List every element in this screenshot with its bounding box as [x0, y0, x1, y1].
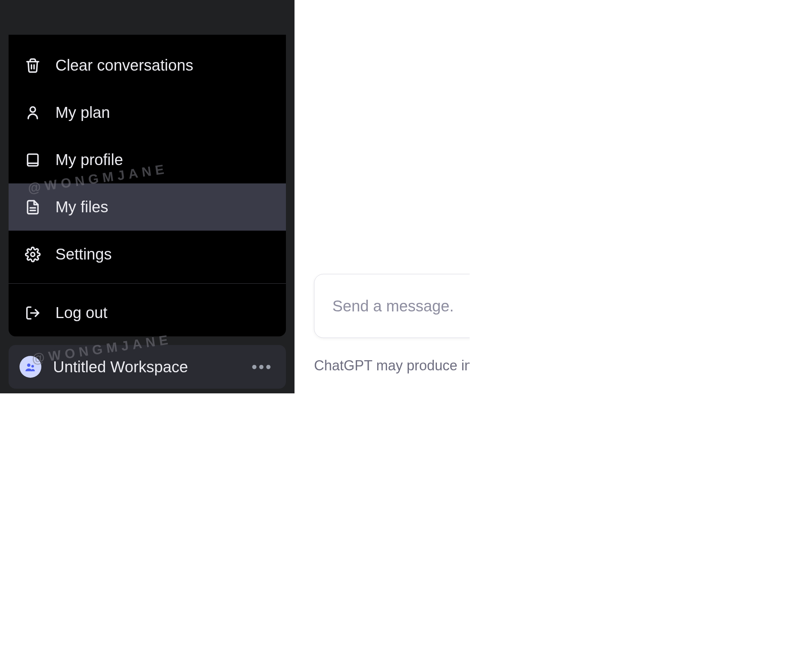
sidebar: Clear conversations My plan My profile M… — [0, 0, 295, 393]
people-icon — [24, 360, 37, 373]
trash-icon — [25, 58, 41, 73]
file-icon — [25, 199, 41, 215]
workspace-label: Untitled Workspace — [53, 358, 240, 376]
sidebar-divider — [9, 283, 286, 284]
gear-icon — [25, 247, 41, 262]
sidebar-item-settings[interactable]: Settings — [9, 231, 286, 278]
message-input[interactable]: Send a message. — [314, 274, 470, 338]
main-chat-area: Send a message. ChatGPT may produce ina — [295, 0, 470, 393]
sidebar-item-logout[interactable]: Log out — [9, 289, 286, 336]
sidebar-item-label: Clear conversations — [55, 57, 193, 74]
sidebar-item-clear-conversations[interactable]: Clear conversations — [9, 42, 286, 89]
sidebar-item-label: My profile — [55, 151, 123, 169]
sidebar-item-label: Settings — [55, 245, 112, 263]
svg-rect-3 — [28, 154, 38, 166]
sidebar-item-label: Log out — [55, 304, 107, 322]
logout-icon — [25, 305, 41, 321]
svg-point-10 — [31, 365, 34, 368]
svg-point-7 — [31, 252, 35, 256]
workspace-switcher[interactable]: Untitled Workspace ••• — [9, 345, 286, 389]
more-icon[interactable]: ••• — [252, 358, 275, 376]
message-placeholder: Send a message. — [332, 297, 454, 315]
sidebar-item-my-profile[interactable]: My profile — [9, 136, 286, 183]
sidebar-item-my-files[interactable]: My files — [9, 183, 286, 231]
sidebar-item-my-plan[interactable]: My plan — [9, 89, 286, 136]
workspace-avatar — [20, 356, 41, 378]
sidebar-menu: Clear conversations My plan My profile M… — [9, 35, 286, 336]
svg-point-9 — [27, 364, 31, 367]
svg-point-2 — [30, 107, 35, 112]
sidebar-item-label: My files — [55, 198, 108, 216]
sidebar-item-label: My plan — [55, 104, 110, 121]
person-icon — [25, 105, 41, 121]
book-icon — [25, 152, 41, 168]
disclaimer-text: ChatGPT may produce ina — [314, 357, 470, 374]
